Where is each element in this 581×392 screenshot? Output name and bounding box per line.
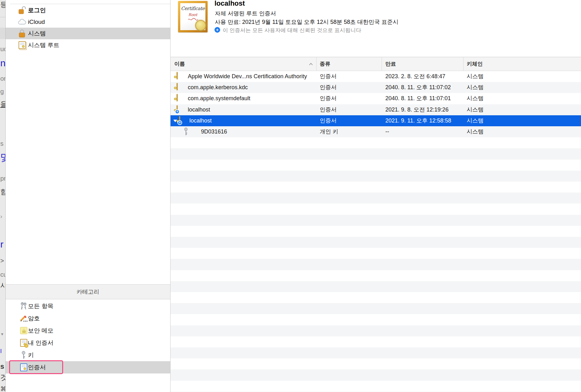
column-header-name[interactable]: 이름 — [174, 57, 185, 71]
certificate-paper: Certificate Root — [180, 3, 205, 30]
table-row[interactable]: + localhost 인증서 2021. 9. 8. 오전 12:19:26 … — [171, 104, 581, 115]
row-keychain: 시스템 — [467, 104, 484, 115]
table-header: 이름 종류 만료 키체인 — [171, 57, 581, 71]
bg-fragment: s — [0, 140, 3, 147]
row-name: localhost — [189, 115, 212, 126]
category-header: 카테고리 — [6, 284, 170, 299]
bg-fragment: 사 — [0, 282, 5, 289]
keychain-item-system[interactable]: 시스템 — [6, 28, 170, 39]
column-header-expires[interactable]: 만료 — [385, 57, 396, 71]
keys-icon — [19, 302, 28, 311]
category-item-secure-notes[interactable]: 보안 메모 — [6, 324, 170, 337]
bg-fragment: uc — [0, 46, 5, 52]
certificate-image: Certificate Root — [178, 1, 208, 32]
category-item-passwords[interactable]: 암호 — [6, 312, 170, 324]
category-label: 키 — [28, 351, 34, 359]
detail-subtitle: 자체 서명된 루트 인증서 — [215, 10, 276, 17]
row-expires: 2040. 8. 11. 오후 11:07:02 — [385, 82, 451, 93]
row-expires: 2023. 2. 8. 오전 6:48:47 — [385, 71, 445, 82]
keychain-window: 로그인 iCloud 시스템 — [5, 0, 581, 392]
row-keychain: 시스템 — [467, 93, 484, 104]
bg-fragment: g — [0, 88, 4, 95]
bg-divider — [0, 17, 5, 17]
certificate-stack-icon — [18, 41, 26, 50]
column-divider[interactable] — [316, 57, 317, 71]
bg-fragment: 함 — [0, 188, 5, 195]
certificate-icon — [176, 95, 178, 101]
keychain-item-system-roots[interactable]: 시스템 루트 — [6, 39, 170, 51]
locked-padlock-icon — [18, 29, 26, 38]
row-kind: 인증서 — [320, 82, 337, 93]
secure-note-icon — [19, 326, 28, 335]
cloud-icon — [18, 17, 26, 27]
bg-fragment: r — [0, 240, 3, 249]
bg-fragment: s — [0, 363, 4, 370]
column-divider[interactable] — [382, 57, 382, 71]
certificate-image-title: Certificate — [180, 3, 205, 11]
unlocked-padlock-icon — [18, 6, 26, 15]
certificate-plus-icon: + — [179, 117, 180, 123]
keychain-item-icloud[interactable]: iCloud — [6, 16, 170, 28]
bg-fragment: or — [0, 75, 5, 82]
screen: 등실 uc n or g 을 s 및 pr 함 › r > cu 사 ▼ l s… — [0, 0, 581, 392]
bg-selected-row-fragment — [0, 28, 5, 39]
bg-fragment: › — [0, 214, 2, 219]
category-label: 보안 메모 — [28, 327, 53, 335]
trust-plus-icon: + — [214, 27, 220, 33]
my-certificate-icon — [19, 338, 28, 348]
row-keychain: 시스템 — [467, 126, 484, 137]
category-item-my-certificates[interactable]: 내 인증서 — [6, 337, 170, 349]
table-row[interactable]: com.apple.systemdefault 인증서 2040. 8. 11.… — [171, 93, 581, 104]
table-row-private-key[interactable]: 9D031616 개인 키 -- 시스템 — [171, 126, 581, 137]
bg-fragment: n — [0, 58, 5, 68]
category-label: 암호 — [28, 314, 40, 323]
column-header-kind[interactable]: 종류 — [320, 57, 330, 71]
bg-fragment: 것 — [0, 374, 5, 381]
key-icon — [19, 351, 28, 360]
bg-fragment: 등실 — [0, 1, 5, 8]
bg-fragment: pr — [0, 175, 5, 182]
category-item-certificates[interactable]: 인증서 — [6, 361, 170, 373]
keychain-item-login[interactable]: 로그인 — [6, 4, 170, 16]
sidebar-divider — [10, 4, 170, 4]
row-keychain: 시스템 — [467, 71, 484, 82]
row-name: localhost — [188, 104, 210, 115]
background-window-strip: 등실 uc n or g 을 s 및 pr 함 › r > cu 사 ▼ l s… — [0, 0, 5, 392]
row-name: com.apple.kerberos.kdc — [188, 82, 248, 93]
row-expires: 2021. 9. 11. 오후 12:58:58 — [385, 115, 451, 126]
pencil-dots-icon — [19, 314, 28, 323]
column-header-keychain[interactable]: 키체인 — [467, 57, 483, 71]
certificate-detail: Certificate Root localhost 자체 서명된 루트 인증서… — [171, 0, 581, 57]
keychain-label: 시스템 루트 — [28, 41, 59, 49]
category-label: 인증서 — [28, 363, 46, 372]
row-kind: 인증서 — [320, 93, 337, 104]
detail-expiry: 사용 만료: 2021년 9월 11일 토요일 오후 12시 58분 58초 대… — [215, 18, 399, 26]
bg-fragment: 을 — [0, 101, 5, 108]
row-expires: 2040. 8. 11. 오후 11:07:01 — [385, 93, 451, 104]
sort-ascending-icon — [309, 63, 313, 66]
keychain-label: iCloud — [28, 19, 45, 25]
keychain-label: 로그인 — [28, 6, 46, 14]
row-kind: 개인 키 — [320, 126, 338, 137]
table-row[interactable]: Apple Worldwide Dev...ns Certification A… — [171, 71, 581, 82]
category-item-keys[interactable]: 키 — [6, 349, 170, 361]
row-name: 9D031616 — [201, 126, 227, 137]
certificate-icon — [176, 84, 178, 90]
certificate-icon — [176, 73, 178, 79]
category-item-all-items[interactable]: 모든 항목 — [6, 300, 170, 312]
row-keychain: 시스템 — [467, 115, 484, 126]
row-kind: 인증서 — [320, 104, 337, 115]
detail-title: localhost — [214, 0, 245, 8]
row-expires: 2021. 9. 8. 오전 12:19:26 — [385, 104, 448, 115]
row-name: com.apple.systemdefault — [188, 93, 250, 104]
bg-fragment: cu — [0, 271, 5, 278]
table-row-selected[interactable]: + localhost 인증서 2021. 9. 11. 오후 12:58:58… — [171, 115, 581, 126]
certificate-seal — [195, 20, 206, 31]
table-row[interactable]: com.apple.kerberos.kdc 인증서 2040. 8. 11. … — [171, 82, 581, 93]
row-expires: -- — [385, 126, 389, 137]
bg-fragment: 및 — [0, 153, 5, 162]
bg-fragment: > — [0, 258, 4, 264]
main-panel: Certificate Root localhost 자체 서명된 루트 인증서… — [170, 0, 581, 392]
column-divider[interactable] — [463, 57, 464, 71]
certificate-plus-icon: + — [176, 106, 178, 112]
